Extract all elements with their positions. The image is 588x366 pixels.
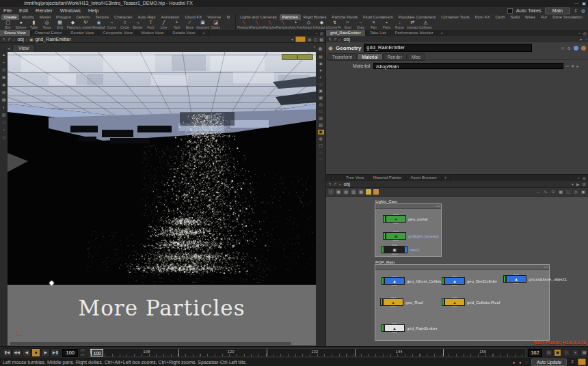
help-overlay-icon[interactable]: ○ bbox=[318, 150, 324, 155]
shelf-tool-geometry[interactable]: ▣Geometry bbox=[196, 20, 209, 30]
snapshot-compare-icon[interactable]: * bbox=[313, 46, 315, 50]
shelf-tab-particles[interactable]: Particles bbox=[280, 14, 301, 20]
maximize-icon[interactable]: ▣ bbox=[582, 0, 586, 7]
shelf-tab-cloud-fx[interactable]: Cloud FX bbox=[182, 14, 204, 20]
path-forward-icon[interactable]: ↱ bbox=[334, 182, 337, 186]
flipbook-icon[interactable]: □ bbox=[3, 120, 5, 124]
network-box-header[interactable]: ▫ ▫ bbox=[375, 265, 549, 270]
snapshot-icon[interactable]: ◍ bbox=[318, 137, 324, 141]
pane-tab-motion-view[interactable]: Motion View bbox=[137, 30, 169, 36]
pane-tab-take-list[interactable]: Take List bbox=[366, 30, 391, 36]
material-field[interactable]: /shop/Rain bbox=[373, 63, 563, 69]
path-back-icon[interactable]: ↰ bbox=[328, 37, 332, 42]
visualizers-icon[interactable]: ▧ bbox=[318, 123, 324, 128]
node-grid_RainEmitter[interactable]: ▲grid_RainEmitter bbox=[382, 324, 438, 332]
node-body[interactable]: ▲ bbox=[444, 298, 465, 306]
jump-end-button[interactable]: ▶▮ bbox=[51, 348, 59, 357]
shelf-tool-bone[interactable]: ∕Bone bbox=[183, 20, 196, 30]
node-dropdown-caret-icon[interactable]: ▾ bbox=[572, 182, 574, 186]
pane-tab-render-view[interactable]: Render View bbox=[66, 30, 98, 36]
pane-maximize-icon[interactable]: ▫ bbox=[578, 176, 580, 180]
display-flag-icon[interactable]: ▫ bbox=[328, 189, 334, 195]
shelf-tab-volume[interactable]: Volume bbox=[204, 14, 224, 20]
node-geo_BedCollider[interactable]: ▲geo_BedCollider bbox=[442, 277, 497, 285]
takes-folder-icon[interactable] bbox=[578, 358, 586, 365]
viewport-3d-render[interactable] bbox=[8, 52, 316, 285]
pin-selection-icon[interactable] bbox=[295, 36, 306, 42]
collapse-icon[interactable]: ◂ bbox=[8, 46, 10, 51]
pane-tab-asset-browser[interactable]: Asset Browser bbox=[406, 175, 442, 181]
node-geo_Ghost_Collision[interactable]: ▲geo_Ghost_Collision bbox=[382, 277, 444, 285]
shelf-tool-grid[interactable]: ▦Grid bbox=[53, 20, 66, 30]
node-render-flag[interactable] bbox=[405, 246, 407, 253]
shelf-tool-gust[interactable]: ≈Gust bbox=[341, 20, 354, 30]
shelf-tool-force[interactable]: ↓Force bbox=[393, 20, 406, 30]
link-editor-icon[interactable]: ← bbox=[585, 37, 588, 42]
follow-playback-icon[interactable]: ◎ bbox=[545, 349, 552, 356]
pane-tab-performance-monitor[interactable]: Performance Monitor bbox=[390, 30, 438, 36]
current-node-icon[interactable]: ▦ bbox=[358, 189, 364, 195]
path-back-icon[interactable]: ↰ bbox=[328, 182, 332, 186]
menu-edit[interactable]: Edit bbox=[19, 8, 28, 14]
render-sphere-blue-icon[interactable] bbox=[574, 46, 578, 51]
pane-tab-material-palette[interactable]: Material Palette bbox=[369, 175, 407, 181]
frame-selected-icon[interactable]: □ bbox=[318, 109, 324, 114]
shelf-tool-interact[interactable]: ⇄Interact bbox=[406, 20, 419, 30]
network-editor-canvas[interactable]: Non-Public H13.0.178 Lights_Cam▫ ▫●geo_p… bbox=[326, 197, 588, 346]
grid-snap-icon[interactable]: ▦ bbox=[558, 189, 563, 195]
node-body[interactable]: ▲ bbox=[506, 275, 526, 283]
shelf-tab-lights-and-cameras[interactable]: Lights and Cameras bbox=[237, 14, 280, 20]
badge-orange-icon[interactable] bbox=[373, 189, 379, 195]
new-tab-button[interactable]: + bbox=[200, 30, 209, 36]
path-root[interactable]: obj bbox=[344, 182, 350, 186]
render-sphere-brown-icon[interactable] bbox=[581, 46, 586, 51]
box-minimize-icon[interactable]: ▫ ▫ bbox=[436, 204, 440, 208]
viewport-badge-right[interactable] bbox=[297, 54, 313, 60]
node-geo_Roof[interactable]: ▲geo_Roof bbox=[380, 298, 423, 306]
open-floating-icon[interactable]: ▸ bbox=[576, 64, 578, 68]
auto-update-selector[interactable]: Auto Update bbox=[531, 358, 567, 366]
node-cam1[interactable]: ▣cam1 bbox=[382, 246, 420, 253]
speaker-icon[interactable]: ◖ bbox=[519, 360, 522, 365]
edit-tool-icon[interactable]: ▤ bbox=[2, 90, 6, 94]
node-name-field[interactable]: grid_RainEmitter bbox=[364, 44, 532, 52]
display-options-icon[interactable]: ▥ bbox=[318, 116, 324, 121]
shelf-tab-animation[interactable]: Animation bbox=[158, 14, 182, 20]
viewport-scrollbar[interactable] bbox=[10, 342, 291, 345]
shelf-tool-torus[interactable]: ◎Torus bbox=[40, 20, 53, 30]
info-icon[interactable]: ○ bbox=[3, 128, 5, 132]
scale-tool-icon[interactable]: ▣ bbox=[2, 75, 6, 79]
shelf-tab-wires[interactable]: Wires bbox=[522, 14, 538, 20]
pane-tab-channel-editor[interactable]: Channel Editor bbox=[31, 30, 67, 36]
shelf-tool-attract-fro-[interactable]: ◇Attract fro... bbox=[302, 20, 315, 30]
menu-help[interactable]: Help bbox=[88, 8, 98, 14]
shelf-tab-fluid-containers[interactable]: Fluid Containers bbox=[360, 14, 396, 20]
shelf-tab-auto-rigs[interactable]: Auto Rigs bbox=[135, 14, 158, 20]
shelf-tab-deform[interactable]: Deform bbox=[74, 14, 93, 20]
pane-maximize-icon[interactable]: ▫ bbox=[579, 31, 580, 36]
shelf-tab-pyro-fx[interactable]: Pyro FX bbox=[472, 14, 493, 20]
badge-yellow-icon[interactable] bbox=[366, 189, 371, 195]
shelf-tool-box[interactable]: ▢Box bbox=[1, 20, 14, 30]
path-forward-icon[interactable]: ↱ bbox=[334, 37, 337, 42]
shelf-tab-particle-fluids[interactable]: Particle Fluids bbox=[329, 14, 360, 20]
footprint-flag-icon[interactable]: ▤ bbox=[343, 189, 349, 195]
node-dropdown-caret-icon[interactable]: ▾ bbox=[580, 37, 582, 42]
box-minimize-icon[interactable]: ▫ ▫ bbox=[544, 265, 548, 269]
op-chooser-icon[interactable]: ❖ bbox=[571, 64, 574, 68]
viewport-badge-left[interactable] bbox=[282, 54, 297, 60]
new-tab-button[interactable]: + bbox=[438, 30, 446, 36]
camera-view-icon[interactable]: ◉ bbox=[318, 61, 324, 66]
shelf-tab-texture[interactable]: Texture bbox=[92, 14, 111, 20]
shelf-tool-platonic[interactable]: ◆Platonic bbox=[66, 20, 79, 30]
current-frame-marker[interactable]: 100 bbox=[91, 349, 103, 356]
pane-tab-grid_rainemitter[interactable]: grid_RainEmitter bbox=[326, 30, 366, 36]
network-box-header[interactable]: ▫ ▫ bbox=[375, 204, 441, 209]
shelf-gear-icon[interactable]: ⚙ bbox=[585, 14, 588, 20]
overview-icon[interactable]: ▣ bbox=[580, 189, 586, 195]
realtime-toggle-icon[interactable]: ▣ bbox=[554, 349, 561, 356]
shelf-tool-l-system[interactable]: ΨL-system bbox=[79, 20, 92, 30]
menu-render[interactable]: Render bbox=[36, 8, 53, 14]
pane-menu-icon[interactable]: ◎ bbox=[320, 31, 323, 36]
pane-tab-scene-view[interactable]: Scene View bbox=[0, 30, 31, 36]
